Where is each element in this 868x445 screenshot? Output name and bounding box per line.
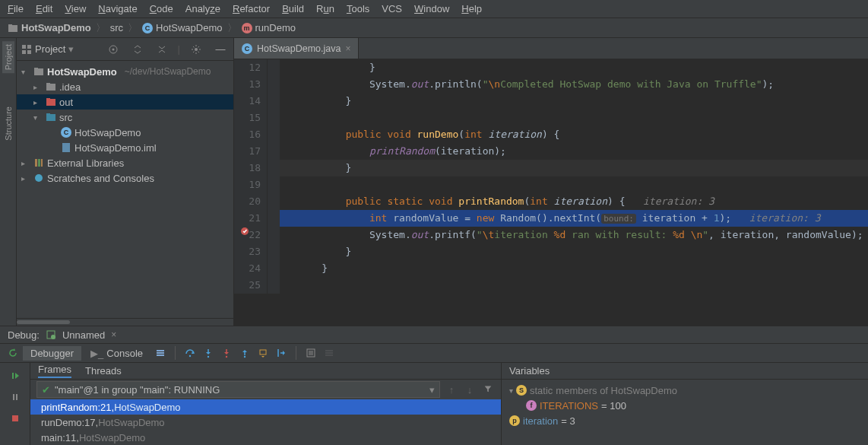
svg-rect-18	[35, 159, 37, 167]
class-icon: C	[142, 23, 153, 33]
tool-window-project-tab[interactable]: Project	[2, 41, 14, 73]
close-debug-session-icon[interactable]: ×	[111, 329, 116, 340]
stack-frame[interactable]: runDemo:17, HotSwapDemo	[30, 415, 501, 430]
menu-navigate[interactable]: Navigate	[98, 3, 137, 14]
tree-class-hotswapdemo[interactable]: C HotSwapDemo	[17, 125, 233, 140]
breadcrumb-src[interactable]: src	[110, 22, 123, 33]
project-view-icon	[21, 44, 32, 55]
menu-vcs[interactable]: VCS	[382, 3, 402, 14]
step-out-button[interactable]	[236, 345, 253, 361]
threads-view-icon[interactable]	[152, 345, 169, 361]
pause-program-button[interactable]	[7, 389, 24, 405]
drop-frame-button[interactable]	[255, 345, 271, 361]
class-icon: C	[61, 127, 71, 138]
tree-folder-src[interactable]: ▾ src	[17, 110, 233, 125]
menu-tools[interactable]: Tools	[347, 3, 369, 14]
settings-gear-icon[interactable]	[188, 41, 204, 58]
variable-iteration[interactable]: p iteration = 3	[509, 413, 860, 428]
iml-file-icon	[61, 142, 71, 153]
svg-rect-10	[34, 68, 38, 69]
code-line	[298, 176, 868, 193]
trace-current-stream-icon[interactable]	[321, 345, 337, 361]
menu-refactor[interactable]: Refactor	[233, 3, 270, 14]
menu-run[interactable]: Run	[316, 3, 334, 14]
menu-build[interactable]: Build	[282, 3, 304, 14]
expand-icon[interactable]: ▾	[509, 386, 513, 395]
code-line: }	[298, 260, 868, 277]
frames-filter-icon[interactable]	[481, 384, 495, 396]
thread-selector-dropdown[interactable]: ✔ "main"@1 in group "main": RUNNING ▾	[36, 381, 440, 398]
tree-root[interactable]: ▾ HotSwapDemo ~/dev/HotSwapDemo	[17, 64, 233, 79]
frames-tab[interactable]: Frames	[38, 364, 71, 378]
call-stack[interactable]: printRandom:21, HotSwapDemo runDemo:17, …	[30, 399, 501, 445]
rerun-button[interactable]	[5, 345, 21, 361]
stack-frame[interactable]: printRandom:21, HotSwapDemo	[30, 399, 501, 415]
locate-file-button[interactable]	[105, 41, 122, 58]
project-view-dropdown-icon[interactable]: ▾	[68, 43, 74, 55]
menu-help[interactable]: Help	[461, 3, 482, 14]
breadcrumb-project[interactable]: HotSwapDemo	[8, 22, 91, 33]
tree-item-label: .idea	[59, 81, 81, 93]
prev-frame-button[interactable]: ↑	[445, 384, 458, 396]
console-tab[interactable]: ▶_Console	[83, 346, 150, 361]
menu-file[interactable]: File	[8, 3, 24, 14]
expand-icon[interactable]: ▸	[21, 174, 30, 183]
close-tab-icon[interactable]: ×	[345, 43, 350, 54]
breadcrumb-sep: 〉	[128, 21, 138, 35]
project-tree-hscroll[interactable]	[17, 318, 233, 326]
expand-icon[interactable]: ▾	[33, 113, 43, 122]
variable-iterations[interactable]: f ITERATIONS = 100	[509, 398, 860, 413]
param-icon: p	[509, 415, 520, 426]
menu-code[interactable]: Code	[150, 3, 173, 14]
variables-tree[interactable]: ▾ S static members of HotSwapDemo f ITER…	[502, 380, 868, 445]
evaluate-expression-button[interactable]	[303, 345, 319, 361]
menu-analyze[interactable]: Analyze	[185, 3, 220, 14]
project-pane-title[interactable]: Project	[35, 43, 65, 55]
svg-rect-20	[41, 159, 43, 167]
breadcrumb-class[interactable]: C HotSwapDemo	[142, 22, 222, 33]
tree-item-label: Scratches and Consoles	[47, 173, 154, 184]
expand-icon[interactable]: ▸	[33, 98, 43, 106]
tree-scratches[interactable]: ▸ Scratches and Consoles	[17, 170, 233, 186]
variables-panel: Variables ▾ S static members of HotSwapD…	[502, 363, 868, 445]
run-to-cursor-button[interactable]	[273, 345, 290, 361]
menu-window[interactable]: Window	[414, 3, 449, 14]
tree-folder-idea[interactable]: ▸ .idea	[17, 79, 233, 94]
project-icon	[8, 23, 18, 33]
project-tree[interactable]: ▾ HotSwapDemo ~/dev/HotSwapDemo ▸ .idea …	[17, 61, 233, 318]
force-step-into-button[interactable]	[218, 345, 235, 361]
svg-point-25	[189, 355, 191, 357]
svg-rect-12	[46, 83, 50, 84]
code-editor[interactable]: 121314151617181920 21 22232425 } System.…	[234, 59, 868, 294]
stop-button[interactable]	[7, 410, 24, 427]
debug-config-name[interactable]: Unnamed	[62, 329, 105, 341]
expand-icon[interactable]: ▾	[21, 68, 30, 76]
expand-all-button[interactable]	[129, 41, 146, 58]
collapse-all-button[interactable]	[154, 41, 170, 58]
menu-edit[interactable]: Edit	[36, 3, 52, 14]
hide-tool-window-button[interactable]: —	[212, 41, 229, 58]
variable-static-group[interactable]: ▾ S static members of HotSwapDemo	[509, 383, 860, 398]
expand-icon[interactable]: ▸	[33, 83, 43, 91]
step-over-button[interactable]	[182, 345, 198, 361]
svg-rect-34	[12, 415, 18, 421]
threads-tab[interactable]: Threads	[85, 365, 122, 377]
tool-window-structure-tab[interactable]: Structure	[2, 103, 14, 144]
stack-frame[interactable]: main:11, HotSwapDemo	[30, 430, 501, 445]
breadcrumb-method[interactable]: m runDemo	[242, 22, 296, 33]
tree-folder-out[interactable]: ▸ out	[17, 94, 233, 110]
tree-external-libraries[interactable]: ▸ External Libraries	[17, 155, 233, 170]
next-frame-button[interactable]: ↓	[463, 384, 477, 396]
menu-view[interactable]: View	[65, 3, 86, 14]
resume-program-button[interactable]	[7, 367, 24, 384]
step-into-button[interactable]	[200, 345, 217, 361]
svg-rect-9	[34, 68, 43, 75]
code-line: printRandom(iteration);	[298, 143, 868, 160]
svg-rect-0	[8, 25, 17, 32]
editor-tab-hotswapdemo[interactable]: C HotSwapDemo.java ×	[234, 38, 359, 59]
expand-icon[interactable]: ▸	[21, 159, 30, 167]
fold-gutter[interactable]	[268, 59, 280, 294]
tree-iml-file[interactable]: HotSwapDemo.iml	[17, 140, 233, 155]
debugger-tab[interactable]: Debugger	[23, 346, 81, 361]
line-number-gutter[interactable]: 121314151617181920 21 22232425	[234, 59, 268, 294]
